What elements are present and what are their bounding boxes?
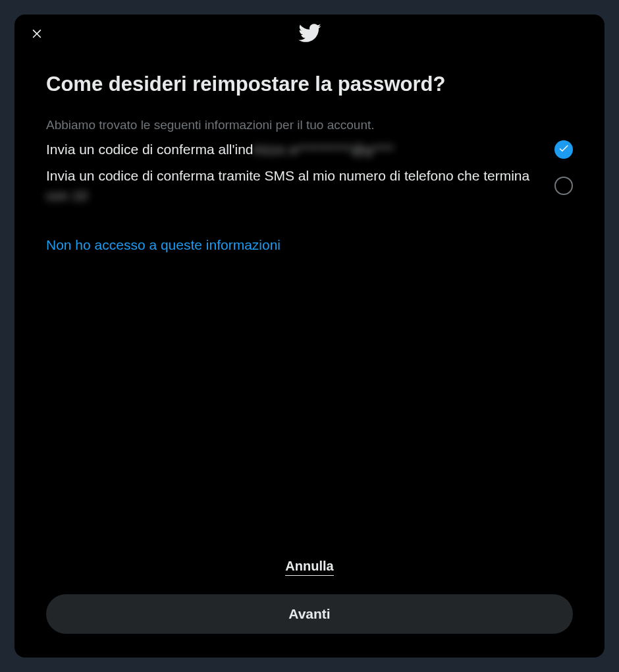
password-reset-modal: Come desideri reimpostare la password? A…	[14, 14, 605, 658]
option-sms-masked: con 10	[46, 188, 88, 203]
checkmark-icon	[558, 142, 570, 157]
no-access-link[interactable]: Non ho accesso a queste informazioni	[46, 236, 281, 254]
option-email-prefix: Invia un codice di conferma all'ind	[46, 142, 254, 157]
page-title: Come desideri reimpostare la password?	[46, 72, 573, 96]
radio-sms[interactable]	[554, 177, 573, 195]
page-subtitle: Abbiamo trovato le seguenti informazioni…	[46, 116, 573, 134]
radio-email[interactable]	[554, 140, 573, 159]
option-email[interactable]: Invia un codice di conferma all'indirizz…	[46, 140, 573, 159]
modal-footer: Annulla Avanti	[14, 559, 605, 658]
next-button[interactable]: Avanti	[46, 594, 573, 634]
close-icon	[30, 26, 43, 42]
cancel-button[interactable]: Annulla	[285, 559, 333, 576]
close-button[interactable]	[25, 22, 49, 46]
option-email-masked: irizzo a**********@g****	[254, 142, 394, 157]
option-sms-text: Invia un codice di conferma tramite SMS …	[46, 166, 541, 206]
option-email-text: Invia un codice di conferma all'indirizz…	[46, 140, 541, 159]
option-sms-prefix: Invia un codice di conferma tramite SMS …	[46, 168, 529, 183]
twitter-logo-icon	[298, 21, 321, 47]
modal-header	[14, 14, 605, 54]
option-sms[interactable]: Invia un codice di conferma tramite SMS …	[46, 166, 573, 206]
modal-body: Come desideri reimpostare la password? A…	[14, 54, 605, 559]
